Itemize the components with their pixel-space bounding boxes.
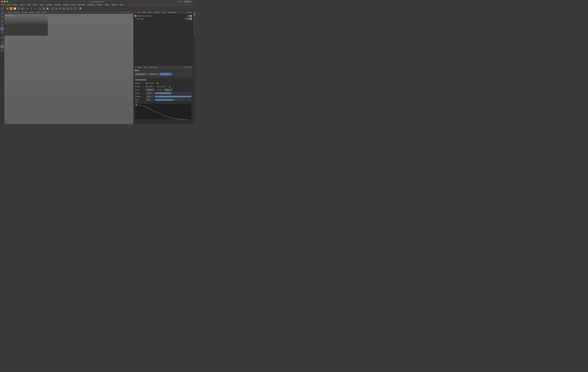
sidebar-mode-5[interactable]: □ [0, 27, 4, 30]
menu-help[interactable]: Help [119, 4, 124, 6]
sidebar-mode-2[interactable]: ✶ [0, 15, 4, 19]
menu-mesh[interactable]: Mesh [32, 4, 38, 6]
sidebar-mode-10[interactable]: ⊚ [0, 49, 4, 52]
objects-search[interactable]: 🔍 [188, 11, 190, 13]
surface-checkbox[interactable] [146, 86, 148, 87]
obj-cube[interactable]: □ Cube ✓ · ··· [134, 17, 193, 20]
material-btn[interactable]: ◉ [62, 7, 66, 10]
maximize-button[interactable] [6, 1, 8, 2]
restrict-checkbox[interactable] [169, 86, 171, 87]
vp-close-icon[interactable]: × [130, 11, 133, 14]
props-collapse[interactable]: ◁ [183, 66, 185, 68]
obj-tab-view[interactable]: View [147, 11, 153, 13]
radius-slider[interactable] [155, 92, 191, 94]
falloff-dropdown[interactable]: Linear [146, 89, 155, 91]
strength-slider[interactable] [155, 96, 191, 97]
menu-window[interactable]: Window [110, 4, 118, 6]
rubber-checkbox[interactable] [158, 86, 159, 87]
viewport-menu-cameras[interactable]: Cameras [13, 11, 21, 13]
menu-snap[interactable]: Snap [39, 4, 45, 6]
menu-script[interactable]: Script [104, 4, 110, 6]
props-pin[interactable]: 📌 [188, 66, 190, 68]
menu-mograph[interactable]: MoGraph [77, 4, 86, 6]
keyframe-btn[interactable]: ⌛ [42, 7, 46, 10]
keyframe2-btn[interactable]: ⌚ [46, 7, 49, 10]
menu-edit[interactable]: Edit [6, 4, 11, 6]
mode-dropdown[interactable]: Group [164, 89, 173, 91]
undo-button[interactable]: ↩ [0, 7, 4, 10]
strength-input[interactable]: 100 % [146, 95, 154, 98]
width-slider[interactable] [155, 99, 191, 101]
obj-tab-objects[interactable]: Objects [153, 11, 160, 13]
rotate-tool[interactable]: ↻ [17, 7, 21, 10]
vp-fullscreen-icon[interactable]: ▢ [127, 11, 130, 14]
menu-render[interactable]: Render [62, 4, 70, 6]
obj-subdivision-surface[interactable]: ⊞ Subdivision Surface ✓ ··· [134, 14, 193, 17]
far-tab-structure[interactable]: Structure [193, 30, 195, 37]
objects-filter[interactable]: ⚙ [190, 11, 192, 13]
menu-file[interactable]: File [1, 4, 6, 6]
menu-select[interactable]: Select [19, 4, 26, 6]
props-tab-mode[interactable]: Mode [136, 66, 143, 68]
close-button[interactable] [1, 1, 3, 2]
obj-tab-edit[interactable]: Edit [141, 11, 147, 13]
menu-tools[interactable]: Tools [26, 4, 32, 6]
axis-y[interactable]: Y [30, 7, 33, 10]
menu-animate[interactable]: Animate [45, 4, 53, 6]
viewport-menu-display[interactable]: Display [21, 11, 28, 13]
ground-btn[interactable]: ▬ [66, 7, 69, 10]
props-tab-userdata[interactable]: User Data [148, 66, 158, 68]
move-tool[interactable]: ✛ [10, 7, 13, 10]
far-tab-content-browser[interactable]: Content Browser [193, 18, 195, 29]
radius-input[interactable]: 100 cm [146, 92, 154, 95]
scale-tool[interactable]: ⬜ [13, 7, 17, 10]
obj-tab-file[interactable]: File [136, 11, 141, 13]
props-menu[interactable]: ≡ [190, 66, 192, 68]
badge-dots-1[interactable]: ··· [189, 15, 192, 17]
render-obj-btn[interactable]: ◯ [74, 7, 77, 10]
live-selection-tool[interactable]: ⊕ [6, 7, 9, 10]
soft-selection-curve[interactable]: 0.8 0.4 0.0 0.0 0.2 0.4 0.6 0.8 1.0 [135, 104, 191, 119]
sidebar-mode-6[interactable]: ◸ [0, 31, 4, 34]
vp-move-icon[interactable]: ⊕ [121, 11, 124, 14]
viewport-menu-filter[interactable]: Filter [36, 11, 41, 13]
badge-checkmark-2[interactable]: ✓ [185, 18, 187, 20]
viewport-menu-view[interactable]: View [7, 11, 12, 13]
minimize-button[interactable] [4, 1, 6, 2]
universal-transform[interactable]: ⊞ [21, 7, 24, 10]
new-obj-btn[interactable]: □ [51, 7, 54, 10]
obj-tab-bookmarks[interactable]: Bookmarks [167, 11, 177, 13]
tab-modeling-axis[interactable]: Modeling Axis [134, 73, 147, 75]
badge-checkmark-1[interactable]: ✓ [187, 15, 189, 17]
badge-dots-2[interactable]: ··· [189, 18, 192, 20]
vp-resize-icon[interactable]: ⤢ [124, 11, 127, 14]
menu-create[interactable]: Create [11, 4, 19, 6]
far-tab-objects[interactable]: Objects [193, 11, 195, 18]
scene-btn[interactable]: ⊞ [70, 7, 73, 10]
light-btn[interactable]: ☀ [58, 7, 62, 10]
obj-tab-tags[interactable]: Tags [161, 11, 167, 13]
badge-grey-2[interactable]: · [187, 18, 189, 20]
tab-object-axis[interactable]: Object Axis [148, 73, 159, 75]
axis-z[interactable]: Z [33, 7, 37, 10]
width-input[interactable]: 50 % [146, 99, 154, 101]
sidebar-mode-8[interactable]: ∿ [0, 41, 4, 44]
sidebar-mode-4[interactable]: ◈ [0, 23, 4, 26]
enable-checkbox[interactable] [146, 82, 148, 84]
tab-soft-selection[interactable]: Soft Selection [159, 73, 172, 75]
camera-btn[interactable]: ◈ [55, 7, 58, 10]
3d-viewport[interactable]: Y X Z Perspective [4, 14, 133, 124]
sidebar-mode-7[interactable]: L [0, 36, 4, 39]
light-icon-btn[interactable]: 💡 [79, 7, 82, 10]
axis-x[interactable]: X [26, 7, 29, 10]
menu-sculpt[interactable]: Sculpt [70, 4, 77, 6]
menu-plugins[interactable]: Plugins [96, 4, 104, 6]
sidebar-mode-9[interactable]: ⊠ [0, 45, 4, 48]
viewport-menu-options[interactable]: Options [28, 11, 35, 13]
layout-dropdown[interactable]: Startup ▼ [183, 0, 193, 3]
props-tab-edit[interactable]: Edit [143, 66, 148, 68]
viewport-menu-panel[interactable]: Panel [41, 11, 47, 13]
menu-character[interactable]: Character [86, 4, 95, 6]
menu-simulate[interactable]: Simulate [53, 4, 62, 6]
preview-checkbox[interactable] [157, 82, 158, 84]
